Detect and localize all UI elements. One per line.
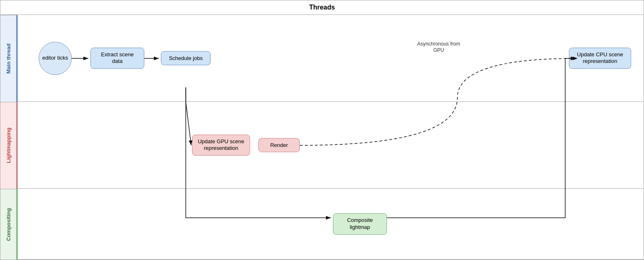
lane-lightmapping: Update GPU scene representation Render — [18, 102, 644, 189]
node-update-cpu-scene: Update CPU scene representation — [569, 48, 631, 69]
async-label: Asynchronous from GPU — [412, 41, 466, 54]
node-extract-scene-data: Extract scene data — [90, 48, 144, 69]
lane-labels: Main thread Lightmapping Compositing — [0, 15, 18, 260]
lane-label-compositing: Compositing — [0, 189, 17, 260]
lane-label-lightmapping: Lightmapping — [0, 102, 17, 189]
node-schedule-jobs: Schedule jobs — [161, 51, 211, 65]
lane-main-thread: editor ticks Extract scene data Schedule… — [18, 15, 644, 102]
diagram-wrapper: Threads Main thread Lightmapping Composi… — [0, 0, 644, 260]
lanes-content: editor ticks Extract scene data Schedule… — [18, 15, 644, 260]
diagram-title: Threads — [0, 0, 644, 15]
node-editor-ticks: editor ticks — [39, 42, 72, 75]
node-render: Render — [258, 138, 300, 152]
node-update-gpu-scene: Update GPU scene representation — [192, 135, 250, 156]
lane-compositing: Composite lightmap — [18, 189, 644, 260]
node-composite-lightmap: Composite lightmap — [333, 213, 387, 235]
diagram-body: Main thread Lightmapping Compositing edi… — [0, 15, 644, 260]
lane-label-main-thread: Main thread — [0, 15, 17, 102]
